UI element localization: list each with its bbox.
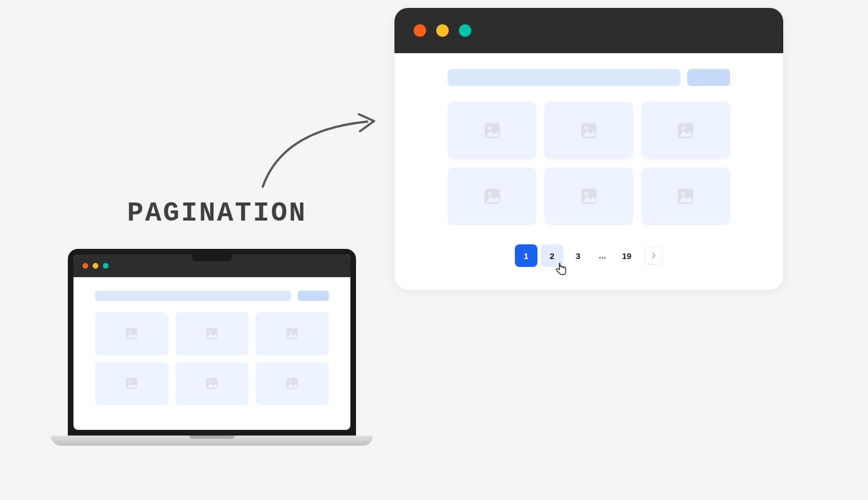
image-placeholder-icon (124, 376, 139, 391)
traffic-light-minimize-icon (436, 24, 449, 37)
traffic-light-maximize-icon (103, 263, 108, 269)
small-search-button-placeholder (298, 291, 329, 301)
search-button-placeholder[interactable] (687, 69, 730, 86)
large-window-titlebar (394, 8, 783, 53)
traffic-light-close-icon (83, 263, 88, 269)
page-next-button[interactable] (645, 247, 663, 265)
page-button-3[interactable]: 3 (567, 244, 589, 267)
image-placeholder-icon (579, 120, 599, 141)
small-card (175, 312, 249, 355)
page-button-last[interactable]: 19 (615, 244, 638, 267)
arrow-icon (254, 107, 384, 192)
small-card (175, 362, 249, 405)
traffic-light-maximize-icon (459, 24, 471, 37)
content-card[interactable] (448, 102, 536, 160)
svg-point-17 (682, 127, 684, 130)
chevron-right-icon (652, 253, 656, 258)
small-card-grid (95, 312, 329, 405)
svg-point-13 (488, 127, 491, 130)
small-card (95, 362, 168, 405)
image-placeholder-icon (579, 186, 599, 206)
svg-point-1 (129, 331, 131, 333)
svg-point-7 (129, 381, 131, 383)
traffic-light-minimize-icon (93, 263, 98, 269)
image-placeholder-icon (675, 120, 696, 141)
search-bar-placeholder[interactable] (448, 69, 680, 86)
svg-point-11 (289, 381, 292, 383)
image-placeholder-icon (285, 376, 300, 391)
laptop-mockup (51, 249, 373, 446)
diagram-title: PAGINATION (127, 198, 307, 229)
small-card (255, 312, 329, 355)
small-card (95, 312, 168, 355)
image-placeholder-icon (124, 326, 139, 341)
pagination: 1 2 3 ... 19 (448, 244, 730, 267)
image-placeholder-icon (482, 120, 502, 141)
page-button-1[interactable]: 1 (515, 244, 537, 267)
laptop-base (51, 436, 373, 446)
svg-point-3 (209, 331, 211, 333)
traffic-light-close-icon (414, 24, 426, 37)
svg-point-15 (585, 127, 588, 130)
svg-point-5 (289, 331, 292, 333)
content-card[interactable] (544, 102, 633, 160)
cursor-pointer-icon (555, 262, 567, 277)
image-placeholder-icon (482, 186, 502, 206)
content-card[interactable] (641, 167, 730, 225)
content-card[interactable] (641, 102, 730, 160)
small-search-bar-placeholder (95, 291, 291, 301)
enlarged-window: 1 2 3 ... 19 (394, 8, 783, 290)
content-card[interactable] (544, 167, 633, 225)
content-card[interactable] (448, 167, 536, 225)
svg-point-9 (209, 381, 211, 383)
page-ellipsis: ... (593, 251, 612, 261)
small-card (255, 362, 329, 405)
svg-point-19 (488, 192, 491, 195)
image-placeholder-icon (205, 326, 219, 341)
svg-point-21 (585, 192, 588, 195)
svg-point-23 (682, 192, 684, 195)
image-placeholder-icon (285, 326, 300, 341)
image-placeholder-icon (675, 186, 696, 206)
image-placeholder-icon (205, 376, 219, 391)
card-grid (448, 102, 730, 225)
